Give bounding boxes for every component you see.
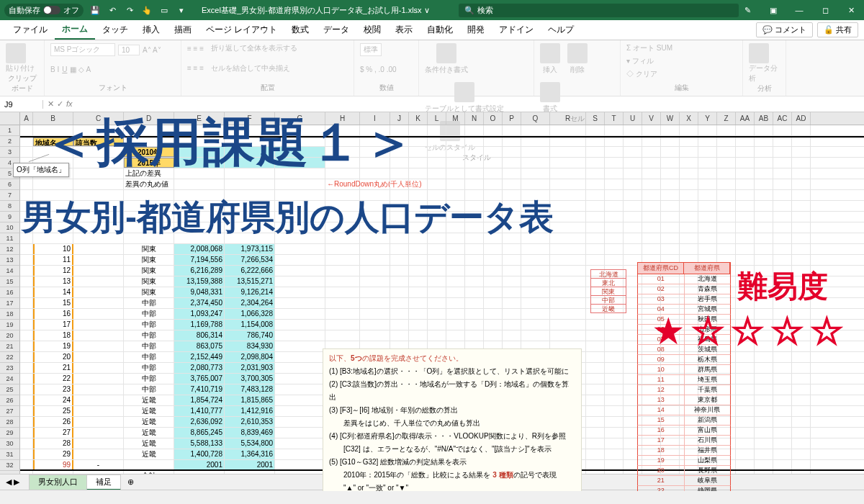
col-header[interactable]: G (275, 112, 325, 125)
row-header[interactable]: 32 (0, 460, 20, 471)
col-header[interactable]: Y (698, 112, 717, 125)
row-header[interactable]: 26 (0, 395, 20, 406)
ribbon-tab-描画[interactable]: 描画 (167, 21, 199, 39)
number-format-select[interactable]: 標準 (360, 43, 382, 56)
row-header[interactable]: 25 (0, 384, 20, 395)
row-header[interactable]: 28 (0, 417, 20, 428)
format-cells-icon[interactable] (540, 82, 560, 102)
ribbon-tab-アドイン[interactable]: アドイン (492, 21, 541, 39)
row-header[interactable]: 15 (0, 276, 20, 287)
row-header[interactable]: 18 (0, 309, 20, 320)
sheet-tab[interactable]: 男女別人口 (29, 474, 87, 490)
dropdown-icon[interactable]: ▾ (176, 4, 187, 16)
col-header[interactable]: D (124, 112, 174, 125)
data-analysis-icon[interactable] (749, 43, 769, 63)
col-header[interactable]: F (225, 112, 275, 125)
col-header[interactable]: H (325, 112, 360, 125)
row-header[interactable]: 14 (0, 266, 20, 276)
search-box[interactable]: 🔍 検索 (459, 4, 739, 17)
quickprint-icon[interactable]: ▭ (158, 4, 170, 16)
row-header[interactable]: 24 (0, 374, 20, 384)
delete-cells-icon[interactable] (567, 43, 588, 63)
row-header[interactable]: 3 (0, 147, 20, 158)
share-button[interactable]: 🔓 共有 (817, 22, 858, 37)
row-header[interactable]: 29 (0, 428, 20, 438)
font-size-select[interactable]: 10 (118, 45, 140, 55)
paste-icon[interactable] (6, 43, 26, 63)
ribbon-tab-タッチ[interactable]: タッチ (95, 21, 135, 39)
col-header[interactable]: E (174, 112, 225, 125)
ribbon-mode-icon[interactable]: ▣ (765, 3, 782, 17)
sheet-nav-icons[interactable]: ◀ ▶ (6, 477, 19, 487)
row-header[interactable]: 23 (0, 363, 20, 374)
row-header[interactable]: 10 (0, 222, 20, 233)
insert-cells-icon[interactable] (540, 43, 560, 63)
enter-icon[interactable]: ✓ (57, 99, 63, 109)
col-header[interactable]: AD (792, 112, 811, 125)
comment-button[interactable]: 💬 コメント (756, 22, 813, 37)
row-header[interactable]: 17 (0, 298, 20, 309)
col-header[interactable]: AC (773, 112, 792, 125)
maximize-icon[interactable]: ◻ (816, 3, 834, 17)
col-header[interactable]: AB (755, 112, 773, 125)
col-header[interactable]: X (680, 112, 698, 125)
row-header[interactable]: 1 (0, 125, 20, 136)
row-header[interactable]: 13 (0, 255, 20, 266)
col-header[interactable]: AA (736, 112, 755, 125)
row-header[interactable]: 2 (0, 136, 20, 147)
row-header[interactable]: 11 (0, 233, 20, 244)
ribbon-tab-ホーム[interactable]: ホーム (55, 20, 95, 40)
row-header[interactable]: 30 (0, 438, 20, 449)
row-header[interactable]: 31 (0, 449, 20, 460)
col-header[interactable]: Z (717, 112, 736, 125)
col-header[interactable]: W (661, 112, 680, 125)
row-header[interactable]: 8 (0, 201, 20, 212)
row-header[interactable]: 9 (0, 212, 20, 222)
minimize-icon[interactable]: ― (791, 3, 808, 17)
row-header[interactable]: 22 (0, 352, 20, 363)
row-header[interactable]: 20 (0, 330, 20, 341)
ribbon-tab-自動化[interactable]: 自動化 (420, 21, 460, 39)
ribbon-tab-開発[interactable]: 開発 (460, 21, 492, 39)
cancel-icon[interactable]: ✕ (48, 99, 54, 109)
ribbon-tab-校閲[interactable]: 校閲 (356, 21, 388, 39)
close-icon[interactable]: ✕ (842, 3, 860, 17)
select-all-corner[interactable] (0, 112, 20, 125)
col-header[interactable]: A (20, 112, 33, 125)
row-header[interactable]: 16 (0, 287, 20, 298)
col-header[interactable]: V (642, 112, 661, 125)
ribbon-tab-ページ レイアウト[interactable]: ページ レイアウト (199, 21, 284, 39)
pen-icon[interactable]: ✎ (739, 3, 756, 17)
autosave-toggle[interactable]: 自動保存 オフ (4, 4, 84, 17)
ribbon-tab-ヘルプ[interactable]: ヘルプ (541, 21, 581, 39)
ribbon-tab-表示[interactable]: 表示 (388, 21, 420, 39)
row-header[interactable]: 19 (0, 320, 20, 330)
sheet-tab[interactable]: 補足 (86, 474, 121, 490)
row-header[interactable]: 7 (0, 190, 20, 201)
font-name-select[interactable]: MS Pゴシック (50, 43, 115, 56)
table-format-icon[interactable] (454, 82, 474, 102)
ribbon-tab-データ[interactable]: データ (316, 21, 356, 39)
ribbon-tab-数式[interactable]: 数式 (284, 21, 316, 39)
worksheet-grid[interactable]: 1234567891011121314151617181920212223242… (0, 125, 864, 491)
ribbon-tab-ファイル[interactable]: ファイル (6, 21, 55, 39)
add-sheet-button[interactable]: ⊕ (123, 477, 138, 487)
touch-icon[interactable]: 👆 (141, 4, 153, 16)
col-header[interactable]: C (73, 112, 124, 125)
name-box[interactable]: J9 (0, 100, 43, 109)
fx-icon[interactable]: fx (66, 99, 73, 109)
col-header[interactable]: J (390, 112, 409, 125)
row-header[interactable]: 6 (0, 179, 20, 190)
row-header[interactable]: 12 (0, 244, 20, 255)
row-header[interactable]: 27 (0, 406, 20, 417)
file-name[interactable]: Excel基礎_男女別-都道府県別の人口データ表_お試し用-1.xlsx ∨ (202, 5, 430, 16)
col-header[interactable]: U (624, 112, 642, 125)
undo-icon[interactable]: ↶ (107, 4, 118, 16)
ribbon-tab-挿入[interactable]: 挿入 (135, 21, 167, 39)
col-header[interactable]: B (33, 112, 73, 125)
save-icon[interactable]: 💾 (89, 4, 101, 16)
cond-format-icon[interactable] (436, 43, 456, 63)
row-header[interactable]: 21 (0, 341, 20, 352)
redo-icon[interactable]: ↷ (124, 4, 135, 16)
col-header[interactable]: I (360, 112, 390, 125)
